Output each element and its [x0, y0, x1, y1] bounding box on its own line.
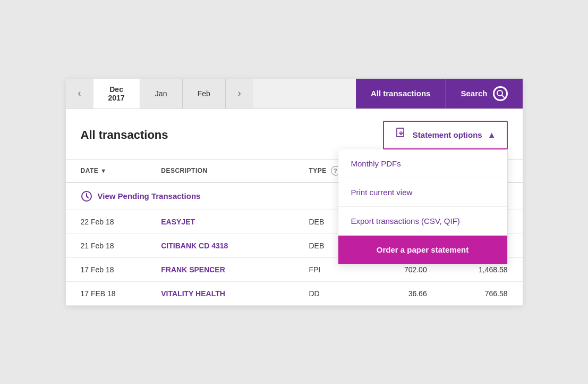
tx-date: 17 Feb 18 [66, 257, 147, 281]
tx-date: 22 Feb 18 [66, 210, 147, 233]
statement-options-button[interactable]: Statement options ▲ [383, 121, 508, 149]
clock-icon [81, 190, 92, 202]
tx-description-link[interactable]: EASYJET [161, 218, 195, 226]
tx-description-link[interactable]: FRANK SPENCER [161, 265, 225, 274]
document-download-icon [395, 127, 407, 143]
date-label: DATE [81, 167, 99, 174]
month-tab-jan[interactable]: Jan [140, 79, 183, 108]
tx-balance: 766.58 [442, 281, 523, 305]
main-card: ‹ Dec2017 Jan Feb › All transactions Sea… [66, 79, 523, 306]
order-paper-statement-button[interactable]: Order a paper statement [338, 236, 507, 264]
nav-spacer [253, 79, 356, 108]
export-transactions-item[interactable]: Export transactions (CSV, QIF) [338, 207, 507, 236]
print-current-view-item[interactable]: Print current view [338, 178, 507, 207]
description-column-header: DESCRIPTION [146, 160, 294, 182]
tx-amount: 36.66 [361, 281, 442, 305]
chevron-right-icon: › [238, 88, 241, 99]
svg-line-1 [502, 95, 504, 97]
table-row: 17 FEB 18 VITALITY HEALTH DD 36.66 766.5… [66, 281, 523, 305]
tx-description: CITIBANK CD 4318 [146, 233, 294, 257]
next-month-button[interactable]: › [226, 79, 253, 108]
tx-description: FRANK SPENCER [146, 257, 294, 281]
tx-description: EASYJET [146, 210, 294, 233]
chevron-up-icon: ▲ [488, 130, 496, 140]
sort-arrow-icon: ▼ [100, 168, 106, 174]
prev-month-button[interactable]: ‹ [66, 79, 93, 108]
chevron-left-icon: ‹ [78, 88, 81, 99]
section-title: All transactions [81, 128, 168, 142]
month-tab-feb[interactable]: Feb [183, 79, 226, 108]
svg-rect-2 [397, 128, 404, 137]
month-tab-dec[interactable]: Dec2017 [93, 79, 140, 108]
tx-date: 17 FEB 18 [66, 281, 147, 305]
tx-type: DD [294, 281, 361, 305]
monthly-pdfs-item[interactable]: Monthly PDFs [338, 149, 507, 178]
tx-date: 21 Feb 18 [66, 233, 147, 257]
tx-description: VITALITY HEALTH [146, 281, 294, 305]
statement-options-dropdown: Monthly PDFs Print current view Export t… [338, 149, 508, 264]
tx-description-link[interactable]: CITIBANK CD 4318 [161, 241, 228, 250]
statement-options-label: Statement options [413, 130, 482, 139]
nav-bar: ‹ Dec2017 Jan Feb › All transactions Sea… [66, 79, 523, 109]
tx-description-link[interactable]: VITALITY HEALTH [161, 289, 225, 298]
search-button[interactable]: Search [445, 79, 522, 108]
main-content: All transactions Statement options ▲ Mon… [66, 109, 523, 306]
date-column-header[interactable]: DATE ▼ [66, 160, 147, 182]
pending-link-label: View Pending Transactions [98, 191, 201, 201]
search-label: Search [461, 89, 487, 98]
all-transactions-button[interactable]: All transactions [356, 79, 446, 108]
search-icon [493, 86, 508, 101]
